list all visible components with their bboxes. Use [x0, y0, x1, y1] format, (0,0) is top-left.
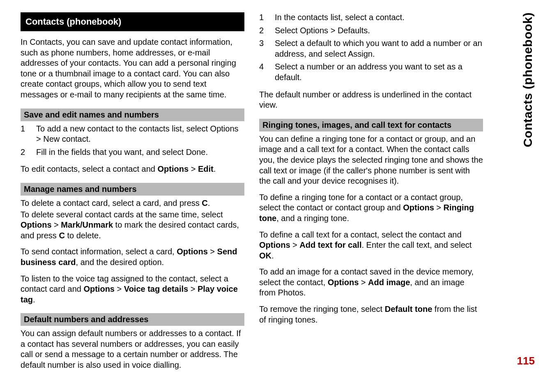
- gt-separator: >: [52, 220, 61, 229]
- voice-tag-details-label: Voice tag details: [124, 284, 188, 293]
- gt-separator: >: [188, 284, 198, 293]
- text: . Enter the call text, and select: [361, 240, 472, 249]
- main-heading: Contacts (phonebook): [21, 12, 244, 31]
- delete-several-paragraph: To delete several contact cards at the s…: [21, 210, 244, 241]
- mark-unmark-label: Mark/Unmark: [61, 220, 113, 229]
- sub-heading-defaults: Default numbers and addresses: [21, 313, 244, 326]
- text: .: [214, 164, 216, 173]
- gt-separator: >: [434, 203, 444, 212]
- options-label: Options: [259, 240, 290, 249]
- gt-separator: >: [359, 278, 368, 287]
- options-label: Options: [328, 278, 359, 287]
- add-image-paragraph: To add an image for a contact saved in t…: [259, 267, 483, 298]
- gt-separator: >: [290, 240, 300, 249]
- options-label: Options: [300, 26, 328, 35]
- options-label: Options: [158, 164, 189, 173]
- gt-separator: >: [208, 247, 217, 256]
- add-image-label: Add image: [368, 278, 410, 287]
- page-number: 115: [517, 355, 535, 367]
- text: To add a new contact to the contacts lis…: [36, 124, 210, 133]
- text: Select a default to which you want to ad…: [275, 39, 482, 58]
- send-contact-paragraph: To send contact information, select a ca…: [21, 247, 244, 267]
- new-contact-label: New contact: [43, 134, 88, 143]
- text: .: [373, 49, 375, 58]
- gt-separator: >: [115, 284, 124, 293]
- text: .: [33, 295, 35, 304]
- page-content: Contacts (phonebook) In Contacts, you ca…: [21, 12, 522, 374]
- voice-tag-paragraph: To listen to the voice tag assigned to t…: [21, 274, 244, 305]
- right-column: In the contacts list, select a contact. …: [259, 12, 483, 374]
- gt-separator: >: [36, 134, 43, 143]
- text: , and the desired option.: [76, 258, 164, 267]
- define-call-text-paragraph: To define a call text for a contact, sel…: [259, 230, 483, 261]
- text: to delete.: [65, 231, 101, 240]
- text: .: [88, 134, 91, 143]
- ok-label: OK: [259, 251, 272, 260]
- text: .: [272, 251, 274, 260]
- text: To edit contacts, select a contact and: [21, 164, 158, 173]
- sub-heading-manage: Manage names and numbers: [21, 183, 244, 196]
- defaults-paragraph: You can assign default numbers or addres…: [21, 328, 244, 370]
- text: To delete several contact cards at the s…: [21, 210, 223, 219]
- defaults-steps: In the contacts list, select a contact. …: [259, 12, 483, 85]
- defaults-label: Defaults: [338, 26, 368, 35]
- text: .: [205, 148, 208, 157]
- sub-heading-ringing: Ringing tones, images, and call text for…: [259, 119, 483, 131]
- intro-paragraph: In Contacts, you can save and update con…: [21, 37, 244, 100]
- text: Select: [275, 26, 300, 35]
- step-3: Select a default to which you want to ad…: [259, 38, 483, 59]
- text: To delete a contact card, select a card,…: [21, 198, 202, 208]
- c-key-label: C: [59, 231, 64, 240]
- ringing-intro-paragraph: You can define a ringing tone for a cont…: [259, 134, 483, 187]
- c-key-label: C: [202, 198, 207, 208]
- options-label: Options: [21, 220, 52, 229]
- text: .: [368, 26, 370, 35]
- save-edit-steps: To add a new contact to the contacts lis…: [21, 124, 244, 160]
- text: To define a call text for a contact, sel…: [259, 230, 462, 239]
- options-label: Options: [83, 284, 115, 293]
- options-label: Options: [210, 124, 239, 133]
- define-ringing-paragraph: To define a ringing tone for a contact o…: [259, 192, 483, 224]
- left-column: Contacts (phonebook) In Contacts, you ca…: [21, 12, 244, 374]
- done-label: Done: [186, 148, 206, 157]
- options-label: Options: [177, 247, 208, 256]
- step-4: Select a number or an address you want t…: [259, 62, 483, 83]
- text: , and a ringing tone.: [276, 214, 349, 223]
- step-1: To add a new contact to the contacts lis…: [21, 124, 244, 145]
- gt-separator: >: [189, 164, 198, 173]
- text: .: [208, 198, 210, 208]
- default-tone-label: Default tone: [385, 304, 433, 314]
- edit-contacts-paragraph: To edit contacts, select a contact and O…: [21, 164, 244, 175]
- step-1: In the contacts list, select a contact.: [259, 12, 483, 23]
- gt-separator: >: [328, 26, 338, 35]
- text: Fill in the fields that you want, and se…: [36, 148, 186, 157]
- text: To remove the ringing tone, select: [259, 304, 385, 314]
- remove-ringing-paragraph: To remove the ringing tone, select Defau…: [259, 304, 483, 325]
- add-text-for-call-label: Add text for call: [299, 240, 361, 249]
- sub-heading-save-edit: Save and edit names and numbers: [21, 108, 244, 121]
- text: To send contact information, select a ca…: [21, 247, 177, 256]
- edit-label: Edit: [198, 164, 214, 173]
- step-2: Select Options > Defaults.: [259, 25, 483, 36]
- assign-label: Assign: [348, 49, 373, 58]
- side-tab-label: Contacts (phonebook): [521, 12, 535, 147]
- options-label: Options: [403, 203, 434, 212]
- right-margin: [498, 12, 522, 374]
- delete-card-paragraph: To delete a contact card, select a card,…: [21, 198, 244, 209]
- underlined-note-paragraph: The default number or address is underli…: [259, 90, 483, 111]
- step-2: Fill in the fields that you want, and se…: [21, 147, 244, 158]
